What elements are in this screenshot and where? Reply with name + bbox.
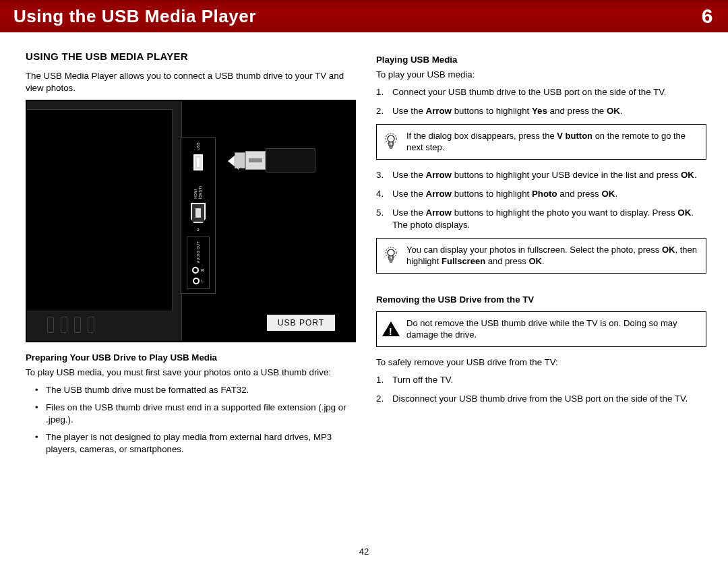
removing-intro: To safely remove your USB drive from the… [376, 356, 706, 369]
playing-steps: Connect your USB thumb drive to the USB … [376, 86, 706, 117]
list-item: Files on the USB thumb drive must end in… [46, 402, 356, 426]
usb-label: USB [196, 142, 201, 150]
hdmi-number: 2 [197, 227, 199, 232]
chapter-header: Using the USB Media Player 6 [0, 0, 728, 32]
list-item: The player is not designed to play media… [46, 431, 356, 456]
list-item: Use the Arrow buttons to highlight Photo… [392, 188, 706, 200]
list-item: Turn off the TV. [392, 374, 706, 386]
right-column: Playing USB Media To play your USB media… [376, 50, 706, 461]
tip-box: If the dialog box disappears, press the … [376, 124, 706, 160]
tip-box: You can display your photos in fullscree… [376, 238, 706, 274]
intro-text: The USB Media Player allows you to conne… [26, 70, 356, 94]
lightbulb-icon [384, 132, 398, 151]
port-panel: USB HDMI (BEST) 2 AUDIO OUT R L [181, 137, 216, 294]
warning-text: Do not remove the USB thumb drive while … [406, 318, 677, 340]
playing-intro: To play your USB media: [376, 69, 706, 81]
usb-drive-icon [235, 148, 315, 174]
audio-jack-l [193, 278, 200, 284]
audio-jack-r [192, 267, 199, 274]
audio-label: AUDIO OUT [196, 241, 201, 263]
prepare-list: The USB thumb drive must be formatted as… [26, 384, 356, 456]
warning-box: Do not remove the USB thumb drive while … [376, 311, 706, 347]
playing-steps-cont: Use the Arrow buttons to highlight your … [376, 169, 706, 231]
lightbulb-icon [384, 246, 398, 265]
audio-out-panel: AUDIO OUT R L [187, 237, 210, 289]
chapter-title: Using the USB Media Player [13, 6, 256, 27]
page-content: USING THE USB MEDIA PLAYER The USB Media… [0, 32, 728, 461]
tv-body [27, 101, 182, 342]
tv-screen [27, 109, 173, 311]
prepare-intro: To play USB media, you must first save y… [26, 367, 356, 379]
list-item: Use the Arrow buttons to highlight Yes a… [392, 105, 706, 117]
svg-point-1 [388, 135, 394, 142]
list-item: Use the Arrow buttons to highlight the p… [392, 207, 706, 231]
hdmi-port-icon [191, 203, 206, 223]
page-number: 42 [359, 547, 369, 557]
usb-port-figure: USB HDMI (BEST) 2 AUDIO OUT R L USB PORT [26, 100, 356, 342]
figure-caption: USB PORT [266, 314, 336, 332]
list-item: The USB thumb drive must be formatted as… [46, 384, 356, 396]
vent-slots [47, 317, 94, 333]
warning-icon [382, 321, 400, 336]
usb-port-icon [193, 154, 203, 170]
svg-point-5 [388, 249, 394, 256]
chapter-number: 6 [702, 5, 713, 28]
list-item: Use the Arrow buttons to highlight your … [392, 169, 706, 181]
section-heading: USING THE USB MEDIA PLAYER [26, 50, 356, 63]
hdmi-label: HDMI (BEST) [193, 175, 203, 199]
playing-heading: Playing USB Media [376, 54, 706, 66]
list-item: Disconnect your USB thumb drive from the… [392, 393, 706, 405]
removing-steps: Turn off the TV. Disconnect your USB thu… [376, 374, 706, 405]
removing-heading: Removing the USB Drive from the TV [376, 294, 706, 306]
prepare-heading: Preparing Your USB Drive to Play USB Med… [26, 352, 356, 364]
left-column: USING THE USB MEDIA PLAYER The USB Media… [26, 50, 356, 461]
list-item: Connect your USB thumb drive to the USB … [392, 86, 706, 98]
